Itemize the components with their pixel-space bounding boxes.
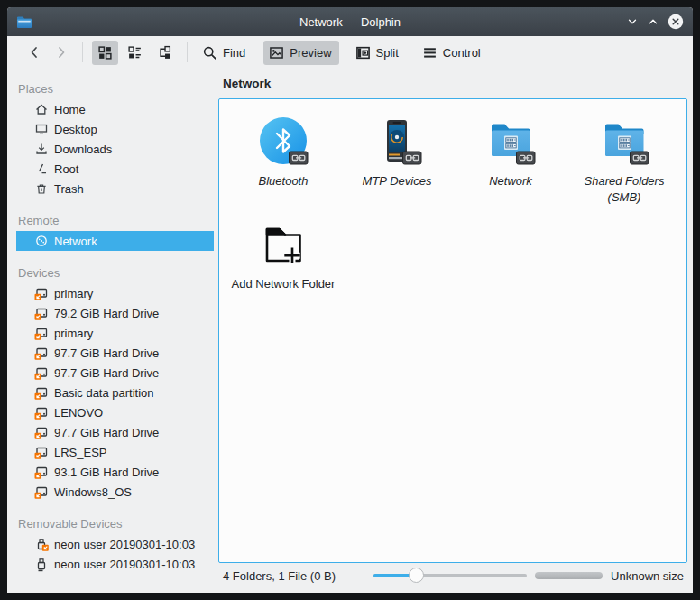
breadcrumb-location[interactable]: Network [223,77,271,90]
section-header: Removable Devices [7,514,214,534]
details-view-button[interactable] [152,41,178,65]
find-label: Find [223,46,247,60]
drive-icon [34,405,49,420]
compact-view-button[interactable] [122,41,148,65]
sidebar-item-lrs-esp[interactable]: LRS_ESP [16,442,214,462]
sidebar-item-label: Trash [54,181,84,196]
sidebar-item-97-7-gib-hard-drive[interactable]: 97.7 GiB Hard Drive [16,422,214,442]
back-button[interactable] [23,42,46,63]
sidebar-item-label: 97.7 GiB Hard Drive [54,425,159,439]
drive-icon [34,365,49,380]
sidebar-item-label: Home [54,102,86,116]
sidebar-item-label: Windows8_OS [54,485,132,499]
split-label: Split [376,46,401,60]
sidebar-item-primary[interactable]: primary [16,323,214,343]
sidebar-item-desktop[interactable]: Desktop [16,119,214,139]
folder-network-icon[interactable] [599,115,649,166]
folder-network-icon[interactable] [485,115,536,166]
find-button[interactable]: Find [197,41,253,65]
sidebar-item-label: LRS_ESP [54,445,107,459]
minimize-icon[interactable] [626,15,639,28]
section-header: Remote [7,211,214,231]
phone-icon[interactable] [372,115,422,166]
sidebar-item-label: 97.7 GiB Hard Drive [54,346,159,360]
usb-unmounted-icon [34,537,49,551]
sidebar-item-label: LENOVO [54,405,103,420]
sidebar-item-lenovo[interactable]: LENOVO [16,402,214,422]
bluetooth-icon[interactable] [258,115,309,166]
desktop-icon [34,122,49,136]
sidebar-item-root[interactable]: Root [16,159,214,179]
statusbar: 4 Folders, 1 File (0 B) Unknown size [214,563,693,588]
icons-view-button[interactable] [92,41,118,65]
file-item-label[interactable]: MTP Devices [363,173,432,189]
sidebar-item-basic-data-partition[interactable]: Basic data partition [16,383,214,402]
drive-icon [34,385,49,400]
file-item-label[interactable]: Bluetooth [259,173,309,189]
sidebar-item-downloads[interactable]: Downloads [16,139,214,159]
sidebar-item-93-1-gib-hard-drive[interactable]: 93.1 GiB Hard Drive [16,462,214,482]
file-item-add-network-folder[interactable]: Add Network Folder [226,218,340,321]
sidebar-item-primary[interactable]: primary [16,283,214,303]
zoom-slider-handle[interactable] [409,568,424,583]
drive-icon [34,326,49,340]
zoom-slider[interactable] [373,568,527,584]
capacity-bar [535,572,603,579]
file-item-bluetooth[interactable]: Bluetooth [226,115,340,218]
split-button[interactable]: Split [350,41,406,65]
sidebar-item-neon-user-20190301-10-03[interactable]: neon user 20190301-10:03 [16,554,214,574]
sidebar-item-home[interactable]: Home [16,99,214,119]
file-item-shared-folders-smb-[interactable]: Shared Folders (SMB) [567,115,681,218]
preview-button[interactable]: Preview [263,41,338,65]
downloads-icon [34,142,49,156]
toolbar-separator [82,42,83,62]
preview-label: Preview [290,46,333,60]
section-header: Devices [7,263,214,283]
file-item-network[interactable]: Network [454,115,567,218]
control-button[interactable]: Control [417,41,488,65]
control-label: Control [443,46,483,60]
sidebar-item-97-7-gib-hard-drive[interactable]: 97.7 GiB Hard Drive [16,363,214,383]
forward-button[interactable] [50,42,73,63]
globe-icon [34,234,49,248]
sidebar-item-label: Downloads [54,142,112,156]
usb-mounted-icon [34,557,49,571]
maximize-icon[interactable] [647,15,659,28]
sidebar-item-label: 79.2 GiB Hard Drive [54,306,159,320]
sidebar-item-79-2-gib-hard-drive[interactable]: 79.2 GiB Hard Drive [16,303,214,323]
drive-icon [34,425,49,439]
section-header: Places [7,79,214,99]
sidebar-item-label: Root [54,162,78,176]
sidebar-item-trash[interactable]: Trash [16,179,214,198]
close-icon[interactable] [668,14,684,30]
drive-icon [34,465,49,479]
file-item-label[interactable]: Network [489,173,532,189]
sidebar-item-windows8-os[interactable]: Windows8_OS [16,482,214,502]
status-summary: 4 Folders, 1 File (0 B) [223,569,336,583]
toolbar-separator [187,42,188,62]
sidebar-item-label: Desktop [54,122,97,136]
home-icon [34,102,49,116]
drive-icon [34,306,49,320]
trash-icon [34,181,49,196]
sidebar-item-label: 97.7 GiB Hard Drive [54,365,159,380]
breadcrumb[interactable]: Network [214,69,693,98]
sidebar-item-network[interactable]: Network [16,231,214,251]
window-title: Network — Dolphin [7,15,693,29]
folder-add-icon[interactable] [258,218,309,269]
sidebar-item-97-7-gib-hard-drive[interactable]: 97.7 GiB Hard Drive [16,343,214,363]
drive-icon [34,445,49,459]
sidebar-item-label: Network [54,234,97,248]
file-item-label[interactable]: Add Network Folder [232,276,336,292]
drive-icon [34,286,49,300]
sidebar-item-label: primary [54,286,93,300]
sidebar-item-label: Basic data partition [54,385,154,400]
titlebar[interactable]: Network — Dolphin [7,7,693,36]
drive-icon [34,485,49,499]
folder-view[interactable]: Bluetooth MTP Devices Network [218,98,687,563]
sidebar-item-neon-user-20190301-10-03[interactable]: neon user 20190301-10:03 [16,534,214,554]
file-item-label[interactable]: Shared Folders (SMB) [571,173,677,206]
file-item-mtp-devices[interactable]: MTP Devices [340,115,454,218]
places-panel: PlacesHomeDesktopDownloadsRootTrashRemot… [7,69,214,593]
main-toolbar: Find Preview Split [7,36,693,69]
